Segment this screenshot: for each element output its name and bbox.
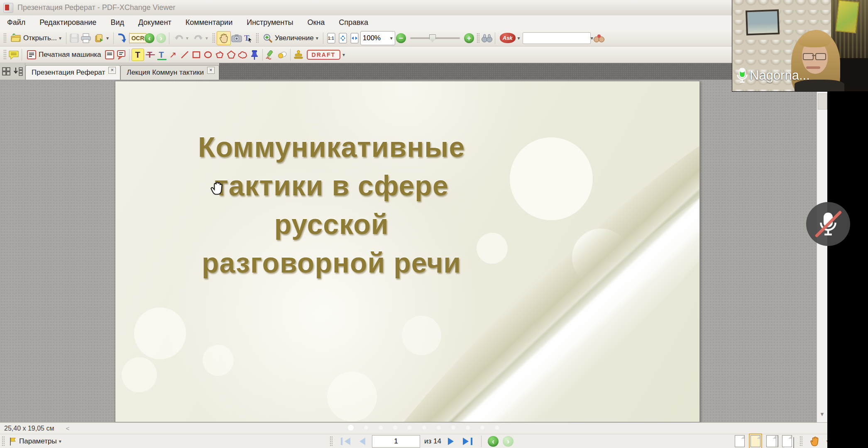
pencil-tool-button[interactable]	[265, 49, 276, 61]
arrow-tool-icon: ↗	[169, 50, 177, 59]
email-button[interactable]	[116, 32, 127, 44]
find-button[interactable]	[481, 32, 493, 44]
mic-muted-button[interactable]	[806, 202, 850, 246]
eraser-tool-button[interactable]	[276, 49, 288, 61]
text-box-button[interactable]	[104, 49, 115, 61]
menu-windows[interactable]: Окна	[300, 15, 332, 30]
document-area[interactable]: Коммуникативные тактики в сфере русской …	[0, 80, 827, 422]
slide-page-1[interactable]: Коммуникативные тактики в сфере русской …	[115, 81, 700, 422]
menu-edit[interactable]: Редактирование	[32, 15, 103, 30]
menu-document[interactable]: Документ	[131, 15, 178, 30]
ocr-button[interactable]: OCR	[132, 32, 144, 44]
oval-tool-button[interactable]	[202, 49, 214, 61]
zoom-tool-label: Увеличение	[275, 34, 314, 42]
fit-page-icon	[338, 33, 347, 44]
toolbar-grip[interactable]	[3, 33, 6, 44]
menu-comments[interactable]: Комментарии	[178, 15, 240, 30]
facing-pages-view-button[interactable]	[766, 435, 776, 447]
history-back-button-status[interactable]: ‹	[488, 436, 499, 447]
fit-page-button[interactable]	[337, 32, 349, 44]
history-back-button[interactable]: ‹	[144, 32, 155, 44]
next-page-button[interactable]	[445, 434, 456, 448]
status-grip[interactable]	[800, 436, 802, 447]
highlight-text-button[interactable]: T	[132, 49, 144, 61]
open-button[interactable]: Открыть... ▾	[8, 31, 64, 45]
vertical-scrollbar[interactable]: ▼	[817, 80, 827, 422]
continuous-facing-view-button[interactable]	[782, 435, 792, 447]
scrollbar-down-arrow[interactable]: ▼	[818, 410, 826, 419]
web-search-button[interactable]	[593, 32, 605, 44]
pin-tool-button[interactable]	[249, 49, 260, 61]
zoom-out-button[interactable]: −	[395, 32, 407, 44]
polyline-tool-button[interactable]	[214, 49, 225, 61]
redo-button[interactable]: ▾	[191, 31, 210, 45]
underline-text-button[interactable]: T	[156, 49, 167, 61]
search-binoculars-icon	[593, 34, 605, 43]
stamp-tool-button[interactable]	[293, 49, 304, 61]
callout-button[interactable]	[115, 49, 127, 61]
cloud-tool-button[interactable]	[237, 49, 249, 61]
person-fringe	[799, 35, 830, 47]
first-page-button[interactable]	[338, 434, 353, 448]
zoom-in-button[interactable]: +	[463, 32, 475, 44]
menu-tools[interactable]: Инструменты	[240, 15, 300, 30]
tab-label: Лекция Коммун тактики	[127, 68, 204, 77]
menu-file[interactable]: Файл	[0, 15, 32, 30]
status-grip[interactable]	[2, 436, 5, 447]
select-text-button[interactable]: T	[242, 32, 254, 44]
toolbar-grip[interactable]	[256, 33, 259, 44]
typewriter-button[interactable]: Печатная машинка	[24, 48, 104, 62]
page-navigation: из 14 ‹ ›	[328, 434, 513, 448]
fit-width-button[interactable]	[349, 32, 360, 44]
previous-page-button[interactable]	[357, 434, 368, 448]
toolbar-grip[interactable]	[3, 49, 6, 60]
ask-search-input[interactable]	[523, 32, 591, 44]
save-button[interactable]	[68, 32, 80, 44]
options-button[interactable]: Параметры ▾	[6, 434, 64, 448]
slide-title-line: тактики в сфере	[115, 166, 548, 205]
bokeh-circle	[203, 345, 234, 376]
menu-help[interactable]: Справка	[332, 15, 375, 30]
toolbar-grip[interactable]	[212, 33, 215, 44]
ask-toolbar-button[interactable]: Ask ▾	[497, 31, 523, 45]
zoom-slider[interactable]	[410, 37, 460, 39]
last-page-button[interactable]	[460, 434, 475, 448]
strikeout-text-button[interactable]: T	[144, 49, 156, 61]
scrollbar-thumb[interactable]	[818, 93, 827, 110]
folder-open-icon	[10, 34, 21, 43]
arrow-tool-button[interactable]: ↗	[167, 49, 179, 61]
print-button[interactable]	[80, 32, 92, 44]
tab-lekcia-kommun-taktiki[interactable]: Лекция Коммун тактики ×	[120, 65, 219, 80]
tab-close-icon[interactable]: ×	[108, 67, 116, 74]
page-number-input[interactable]	[372, 435, 420, 448]
history-forward-button[interactable]: ›	[155, 32, 167, 44]
zoom-actual-button[interactable]: 1:1	[325, 32, 337, 44]
toolbar-grip[interactable]	[477, 33, 479, 44]
webcam-video[interactable]: Nagorna...	[732, 0, 868, 91]
title-bar[interactable]: Презентация Реферат - PDF-XChange Viewer	[0, 0, 827, 15]
thumbnails-panel-icon[interactable]	[2, 67, 11, 76]
polygon-tool-button[interactable]	[225, 49, 237, 61]
undo-button[interactable]: ▾	[171, 31, 191, 45]
line-tool-button[interactable]	[179, 49, 191, 61]
status-grip[interactable]	[330, 436, 333, 447]
stamp-preview-button[interactable]: DRAFT ▾	[304, 48, 347, 62]
history-forward-button-status[interactable]: ›	[503, 436, 513, 447]
tab-close-icon[interactable]: ×	[207, 67, 215, 74]
export-button[interactable]: ▾	[92, 31, 111, 45]
single-page-view-button[interactable]	[735, 435, 745, 447]
continuous-view-button[interactable]	[751, 435, 760, 447]
hand-tool-button[interactable]	[217, 31, 231, 45]
rectangle-tool-button[interactable]	[191, 49, 202, 61]
tab-presentation-referat[interactable]: Презентация Реферат ×	[25, 65, 120, 80]
exclusive-hand-icon[interactable]	[810, 436, 821, 447]
snapshot-button[interactable]	[231, 32, 242, 44]
zoom-slider-thumb[interactable]	[429, 34, 436, 42]
zoom-tool-button[interactable]: Увеличение ▾	[260, 31, 321, 45]
dock-tabs-icon[interactable]	[13, 67, 23, 76]
previous-page-icon	[359, 438, 365, 445]
sticky-note-button[interactable]	[8, 49, 20, 61]
collapse-chevron-icon[interactable]: <	[66, 425, 69, 432]
zoom-level-combo[interactable]: 100% ▾	[360, 31, 395, 45]
menu-view[interactable]: Вид	[103, 15, 131, 30]
